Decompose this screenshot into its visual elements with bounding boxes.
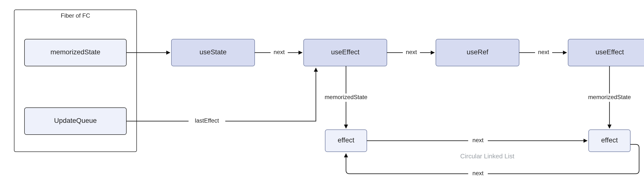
edge-mem-1-label: memorizedState xyxy=(325,94,368,100)
edge-mem-2-label: memorizedState xyxy=(588,94,631,100)
node-useState-label: useState xyxy=(200,48,227,56)
node-useEffect-2-label: useEffect xyxy=(596,48,624,56)
note-circular: Circular Linked List xyxy=(460,152,514,160)
node-useRef-label: useRef xyxy=(467,48,488,56)
edge-lastEffect xyxy=(126,68,316,121)
node-effect-2-label: effect xyxy=(601,136,618,144)
edge-lastEffect-label: lastEffect xyxy=(195,117,219,124)
node-useEffect-1-label: useEffect xyxy=(331,48,360,56)
edge-next-2-label: next xyxy=(406,49,417,55)
edge-effect-next-1-label: next xyxy=(472,137,484,144)
node-updateQueue-label: UpdateQueue xyxy=(54,117,97,124)
edge-effect-next-2-label: next xyxy=(472,170,484,176)
edge-next-3-label: next xyxy=(538,49,549,55)
node-effect-1-label: effect xyxy=(338,136,354,144)
edge-next-1-label: next xyxy=(274,49,285,55)
fiber-title: Fiber of FC xyxy=(61,12,90,19)
node-memorizedState-label: memorizedState xyxy=(50,48,100,56)
diagram-canvas: Fiber of FC memorizedState UpdateQueue u… xyxy=(0,0,644,185)
